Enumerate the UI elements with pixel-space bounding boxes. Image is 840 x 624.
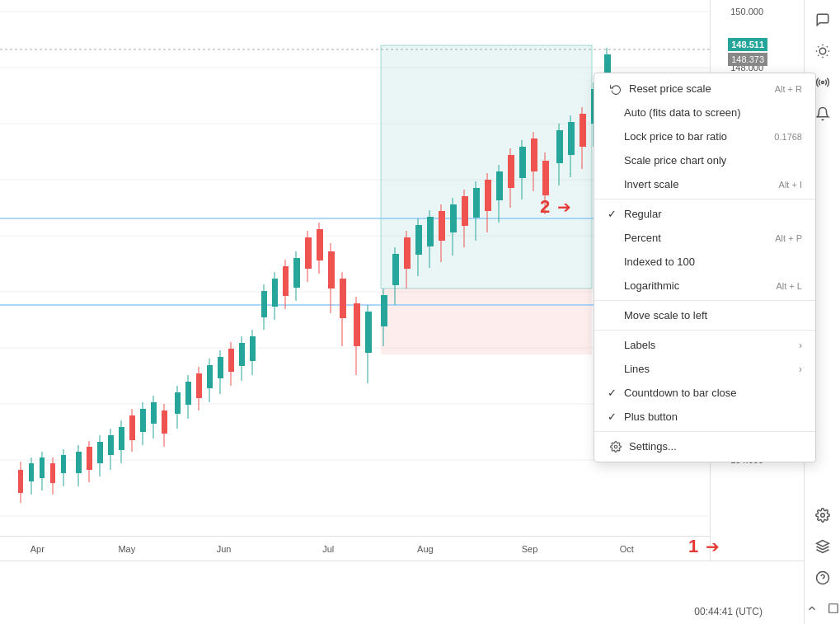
lock-value: 0.1768 — [774, 132, 802, 142]
check-labels — [608, 339, 621, 351]
svg-rect-19 — [29, 463, 34, 481]
separator-4 — [594, 431, 815, 432]
svg-rect-29 — [87, 447, 92, 470]
svg-rect-13 — [381, 289, 592, 354]
speech-bubble-icon[interactable] — [809, 7, 836, 33]
svg-rect-49 — [196, 373, 202, 398]
menu-item-percent[interactable]: Percent Alt + P — [594, 226, 815, 250]
svg-rect-21 — [40, 457, 45, 478]
check-countdown: ✓ — [608, 387, 621, 399]
svg-rect-53 — [218, 357, 223, 378]
x-label-jun: Jun — [217, 544, 232, 554]
menu-item-settings[interactable]: Settings... — [594, 434, 815, 458]
svg-rect-103 — [508, 155, 514, 188]
shortcut-log: Alt + L — [777, 281, 803, 291]
menu-label-log: Logarithmic — [624, 279, 679, 292]
menu-label-countdown: Countdown to bar close — [624, 387, 737, 399]
svg-rect-51 — [207, 365, 213, 388]
secondary-price-tag: 148.373 — [728, 53, 767, 66]
gear-settings-icon — [608, 441, 624, 453]
expand-icon[interactable] — [824, 599, 841, 617]
menu-item-regular[interactable]: ✓ Regular — [594, 202, 815, 226]
menu-item-lock-price[interactable]: Lock price to bar ratio 0.1768 — [594, 124, 815, 148]
menu-label-lock: Lock price to bar ratio — [624, 130, 727, 143]
svg-rect-113 — [568, 122, 575, 155]
menu-item-scale-price[interactable]: Scale price chart only — [594, 148, 815, 172]
menu-item-labels[interactable]: Labels › — [594, 333, 815, 357]
shortcut-invert: Alt + I — [779, 180, 802, 190]
x-label-oct: Oct — [620, 544, 634, 554]
svg-rect-25 — [61, 455, 66, 473]
collapse-icon[interactable] — [803, 599, 821, 617]
shortcut-reset: Alt + R — [775, 84, 802, 94]
menu-item-invert-scale[interactable]: Invert scale Alt + I — [594, 172, 815, 196]
x-axis: Apr May Jun Jul Aug Sep Oct — [0, 536, 746, 561]
menu-label-scale: Scale price chart only — [624, 154, 726, 167]
menu-item-logarithmic[interactable]: Logarithmic Alt + L — [594, 274, 815, 298]
menu-item-move-scale[interactable]: Move scale to left — [594, 303, 815, 327]
current-price-tag: 148.511 — [728, 38, 767, 51]
menu-label-indexed: Indexed to 100 — [624, 256, 695, 268]
svg-rect-33 — [108, 435, 114, 455]
svg-rect-93 — [450, 204, 457, 232]
svg-rect-107 — [531, 138, 537, 171]
svg-point-120 — [819, 48, 826, 54]
svg-line-123 — [818, 46, 819, 47]
svg-rect-65 — [283, 266, 289, 296]
svg-rect-45 — [175, 392, 181, 414]
svg-rect-77 — [354, 303, 360, 346]
svg-rect-85 — [404, 237, 411, 269]
menu-label-percent: Percent — [624, 232, 661, 244]
menu-item-lines[interactable]: Lines › — [594, 357, 815, 381]
check-scale — [608, 154, 621, 167]
svg-marker-131 — [816, 541, 828, 547]
svg-rect-115 — [580, 114, 586, 147]
svg-rect-99 — [485, 180, 491, 211]
separator-2 — [594, 300, 815, 301]
menu-item-countdown[interactable]: ✓ Countdown to bar close — [594, 381, 815, 405]
svg-rect-89 — [427, 217, 434, 246]
arrow-lines: › — [799, 364, 802, 375]
menu-item-plus-button[interactable]: ✓ Plus button — [594, 405, 815, 429]
question-icon[interactable] — [809, 565, 836, 591]
svg-rect-81 — [381, 295, 387, 326]
svg-rect-67 — [293, 258, 300, 288]
svg-point-135 — [614, 445, 617, 448]
check-auto — [608, 106, 621, 119]
x-label-apr: Apr — [31, 544, 45, 554]
context-menu: Reset price scale Alt + R Auto (fits dat… — [594, 73, 816, 462]
svg-rect-109 — [542, 161, 549, 195]
svg-point-130 — [820, 514, 824, 518]
layers-icon[interactable] — [809, 533, 836, 560]
settings-gear-icon[interactable] — [809, 502, 836, 528]
menu-label-regular: Regular — [624, 208, 662, 220]
menu-item-reset-price-scale[interactable]: Reset price scale Alt + R — [594, 77, 815, 101]
check-percent — [608, 232, 621, 244]
svg-rect-97 — [473, 188, 480, 218]
menu-item-auto-fits[interactable]: Auto (fits data to screen) — [594, 101, 815, 124]
svg-rect-73 — [328, 251, 335, 289]
svg-rect-101 — [496, 171, 503, 200]
svg-rect-61 — [261, 291, 267, 317]
x-label-jul: Jul — [322, 544, 334, 554]
menu-item-indexed100[interactable]: Indexed to 100 — [594, 250, 815, 274]
svg-rect-41 — [151, 402, 157, 424]
svg-rect-71 — [317, 229, 323, 260]
svg-rect-43 — [162, 411, 167, 434]
lightbulb-icon[interactable] — [809, 38, 836, 64]
time-display: 00:44:41 (UTC) — [694, 606, 763, 617]
svg-rect-87 — [415, 225, 422, 255]
svg-rect-57 — [239, 343, 245, 366]
svg-line-127 — [818, 55, 819, 56]
x-label-may: May — [118, 544, 135, 554]
svg-rect-39 — [140, 409, 146, 432]
check-indexed — [608, 256, 621, 268]
check-log — [608, 279, 621, 292]
svg-rect-55 — [228, 349, 234, 372]
menu-label-lines: Lines — [624, 363, 650, 375]
shortcut-percent: Alt + P — [775, 233, 802, 243]
menu-label-settings: Settings... — [629, 440, 677, 453]
separator-3 — [594, 330, 815, 331]
svg-rect-23 — [50, 463, 55, 483]
svg-rect-12 — [381, 45, 592, 289]
